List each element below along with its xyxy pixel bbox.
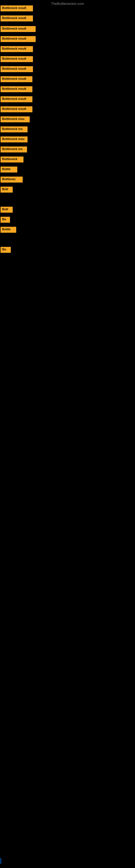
site-title: TheBottlenecker.com [0, 2, 135, 6]
bottleneck-badge-5: Bottleneck result [1, 56, 33, 62]
bottleneck-badge-19: Bott [1, 207, 13, 213]
bottleneck-badge-22: Bo [1, 247, 11, 253]
bottleneck-badge-11: Bottleneck resu [1, 116, 30, 122]
bottleneck-badge-3: Bottleneck result [1, 36, 36, 42]
bottleneck-badge-10: Bottleneck result [1, 106, 32, 112]
bottleneck-badge-16: Bottle [1, 166, 17, 173]
bottleneck-badge-6: Bottleneck result [1, 66, 33, 72]
bottleneck-badge-8: Bottleneck result [1, 86, 32, 92]
cursor-line-bottom [1, 858, 1, 864]
bottleneck-badge-20: Bo [1, 217, 10, 223]
bottleneck-badge-21: Bottle [1, 227, 16, 233]
bottleneck-badge-2: Bottleneck result [1, 26, 36, 32]
bottleneck-badge-4: Bottleneck result [1, 46, 33, 52]
bottleneck-badge-14: Bottleneck res [1, 147, 27, 152]
bottleneck-badge-17: Bottlenec [1, 177, 23, 183]
bottleneck-badge-18: Bott [1, 187, 13, 193]
bottleneck-badge-9: Bottleneck result [1, 96, 32, 102]
bottleneck-badge-13: Bottleneck resu [1, 136, 28, 143]
bottleneck-badge-7: Bottleneck result [1, 76, 32, 82]
bottleneck-badge-15: Bottleneck [1, 156, 24, 162]
bottleneck-badge-12: Bottleneck res [1, 126, 28, 132]
bottleneck-badge-0: Bottleneck result [1, 5, 33, 11]
bottleneck-badge-1: Bottleneck result [1, 16, 33, 22]
